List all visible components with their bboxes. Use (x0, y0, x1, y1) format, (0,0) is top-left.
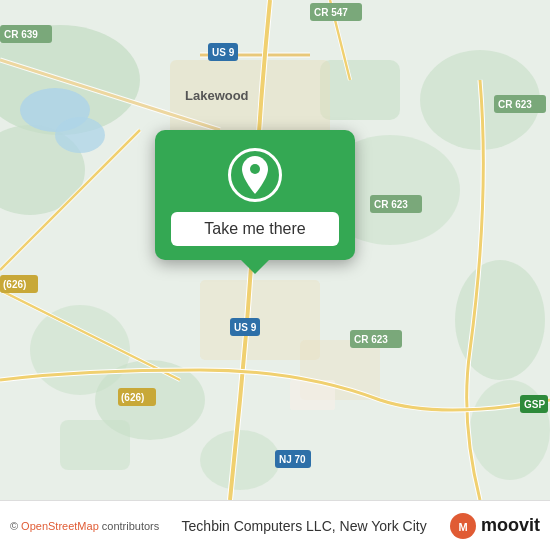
svg-point-13 (55, 117, 105, 153)
svg-rect-5 (320, 60, 400, 120)
map-container: CR 639 US 9 CR 547 Lakewood CR 623 CR 62… (0, 0, 550, 500)
location-pin-icon (239, 156, 271, 194)
svg-text:US 9: US 9 (212, 47, 235, 58)
svg-point-9 (200, 430, 280, 490)
attribution-symbol: © (10, 520, 18, 532)
svg-text:CR 547: CR 547 (314, 7, 348, 18)
svg-point-51 (250, 164, 260, 174)
svg-text:Lakewood: Lakewood (185, 88, 249, 103)
attribution-suffix: contributors (102, 520, 159, 532)
openstreetmap-link[interactable]: OpenStreetMap (21, 520, 99, 532)
svg-text:NJ 70: NJ 70 (279, 454, 306, 465)
bottom-bar: © OpenStreetMap contributors Techbin Com… (0, 500, 550, 550)
moovit-brand-icon: M (449, 512, 477, 540)
location-title: Techbin Computers LLC, New York City (182, 518, 427, 534)
svg-point-7 (30, 305, 130, 395)
svg-text:CR 623: CR 623 (498, 99, 532, 110)
svg-text:M: M (458, 521, 467, 533)
svg-text:(626): (626) (3, 279, 26, 290)
svg-text:GSP: GSP (524, 399, 545, 410)
attribution: © OpenStreetMap contributors (10, 520, 159, 532)
svg-rect-8 (60, 420, 130, 470)
svg-text:CR 623: CR 623 (354, 334, 388, 345)
svg-text:(626): (626) (121, 392, 144, 403)
svg-text:US 9: US 9 (234, 322, 257, 333)
svg-text:CR 623: CR 623 (374, 199, 408, 210)
take-me-there-button[interactable]: Take me there (171, 212, 339, 246)
location-popup: Take me there (155, 130, 355, 260)
moovit-text: moovit (481, 515, 540, 536)
moovit-logo: M moovit (449, 512, 540, 540)
location-icon-wrapper (228, 148, 282, 202)
svg-text:CR 639: CR 639 (4, 29, 38, 40)
